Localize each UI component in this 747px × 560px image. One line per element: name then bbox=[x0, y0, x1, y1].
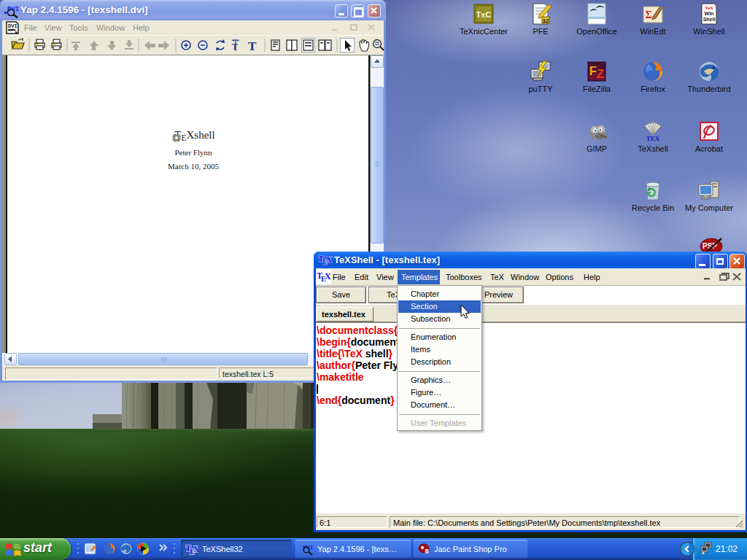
svg-text:T: T bbox=[248, 39, 257, 53]
svg-text:8: 8 bbox=[425, 548, 428, 555]
svg-text:X: X bbox=[325, 271, 331, 281]
svg-text:TEX: TEX bbox=[646, 135, 660, 142]
svg-text:X: X bbox=[193, 544, 198, 554]
svg-text:Win: Win bbox=[705, 11, 714, 16]
svg-text:32: 32 bbox=[543, 18, 549, 24]
svg-text:T: T bbox=[232, 42, 238, 52]
svg-text:F: F bbox=[589, 64, 597, 78]
svg-text:X: X bbox=[326, 254, 333, 265]
svg-text:Shell: Shell bbox=[703, 17, 716, 22]
svg-text:TeX: TeX bbox=[705, 5, 713, 11]
svg-text:DVI: DVI bbox=[8, 23, 18, 29]
svg-text:Σ: Σ bbox=[645, 9, 651, 20]
svg-text:TxC: TxC bbox=[476, 10, 492, 19]
svg-text:Z: Z bbox=[597, 67, 604, 81]
